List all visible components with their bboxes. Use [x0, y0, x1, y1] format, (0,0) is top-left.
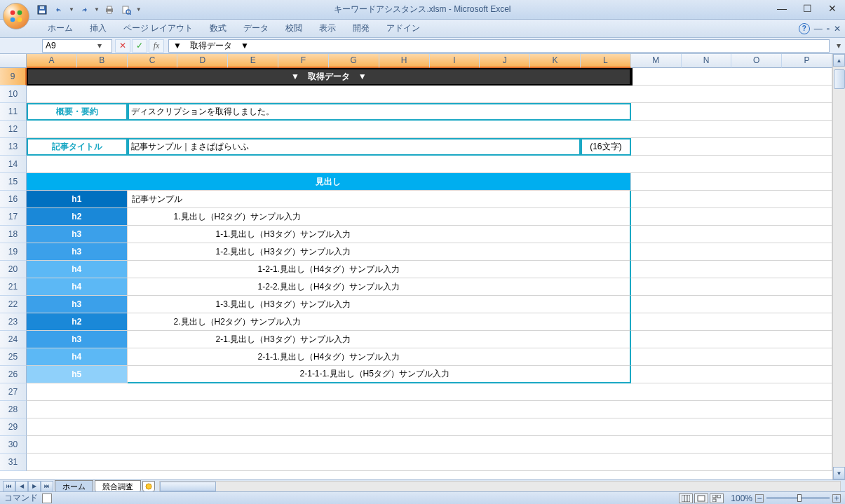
cell[interactable] [631, 226, 832, 243]
heading-text[interactable]: 1-2.見出し（H3タグ）サンプル入力 [128, 243, 631, 261]
save-icon[interactable] [35, 3, 49, 17]
row-header-9[interactable]: 9 [0, 68, 27, 86]
col-header-H[interactable]: H [379, 54, 430, 68]
row-header-10[interactable]: 10 [0, 86, 27, 103]
zoom-in-icon[interactable]: + [832, 494, 841, 503]
horizontal-scrollbar[interactable] [159, 481, 841, 492]
cell[interactable] [631, 208, 832, 226]
tab-prev-icon[interactable]: ◀ [15, 481, 28, 492]
cell[interactable] [27, 86, 832, 103]
macro-record-icon[interactable] [42, 493, 52, 503]
heading-tag-h2[interactable]: h2 [27, 313, 128, 331]
redo-dropdown-icon[interactable]: ▼ [94, 6, 100, 13]
cell[interactable] [27, 418, 832, 436]
heading-tag-h4[interactable]: h4 [27, 278, 128, 296]
row-header-17[interactable]: 17 [0, 208, 27, 226]
heading-text[interactable]: 1-3.見出し（H3タグ）サンプル入力 [128, 296, 631, 313]
col-header-N[interactable]: N [682, 54, 732, 68]
col-header-D[interactable]: D [177, 54, 228, 68]
row-header-15[interactable]: 15 [0, 173, 27, 191]
row-header-19[interactable]: 19 [0, 243, 27, 261]
row-header-24[interactable]: 24 [0, 331, 27, 348]
heading-text[interactable]: 1-2-2.見出し（H4タグ）サンプル入力 [128, 278, 631, 296]
heading-text[interactable]: 1.見出し（H2タグ）サンプル入力 [128, 208, 631, 226]
col-header-E[interactable]: E [228, 54, 278, 68]
col-header-K[interactable]: K [530, 54, 581, 68]
col-header-A[interactable]: A [27, 54, 77, 68]
col-header-J[interactable]: J [480, 54, 530, 68]
ribbon-tab-データ[interactable]: データ [235, 20, 277, 37]
cell[interactable] [631, 103, 832, 121]
ribbon-tab-数式[interactable]: 数式 [201, 20, 235, 37]
title-label[interactable]: 記事タイトル [27, 138, 128, 156]
tab-first-icon[interactable]: ⏮ [3, 481, 15, 492]
name-box-dropdown-icon[interactable]: ▾ [95, 41, 104, 50]
sheet-tab-ホーム[interactable]: ホーム [55, 480, 93, 492]
zoom-slider[interactable] [766, 497, 830, 499]
cell[interactable] [27, 121, 832, 138]
col-header-F[interactable]: F [278, 54, 329, 68]
scroll-down-icon[interactable]: ▼ [833, 467, 845, 479]
row-header-12[interactable]: 12 [0, 121, 27, 138]
summary-label[interactable]: 概要・要約 [27, 103, 128, 121]
header-cell[interactable]: ▼ 取得データ ▼ [27, 68, 631, 86]
row-header-30[interactable]: 30 [0, 436, 27, 454]
heading-tag-h3[interactable]: h3 [27, 226, 128, 243]
title-charcount[interactable]: (16文字) [581, 138, 631, 156]
heading-text[interactable]: 2-1-1.見出し（H4タグ）サンプル入力 [128, 348, 631, 366]
row-header-28[interactable]: 28 [0, 401, 27, 418]
zoom-thumb[interactable] [797, 494, 802, 502]
cell[interactable] [631, 243, 832, 261]
ribbon-tab-校閲[interactable]: 校閲 [277, 20, 311, 37]
cell[interactable] [27, 383, 832, 401]
heading-tag-h4[interactable]: h4 [27, 261, 128, 278]
row-header-23[interactable]: 23 [0, 313, 27, 331]
view-pagebreak-icon[interactable] [710, 493, 724, 503]
vscroll-thumb[interactable] [834, 69, 845, 89]
row-header-27[interactable]: 27 [0, 383, 27, 401]
row-header-16[interactable]: 16 [0, 191, 27, 208]
new-sheet-icon[interactable] [142, 481, 155, 492]
cell[interactable] [631, 348, 832, 366]
cells-area[interactable]: ▼ 取得データ ▼概要・要約ディスクリプションを取得しました。記事タイトル記事サ… [27, 68, 832, 479]
cell[interactable] [631, 173, 832, 191]
row-header-21[interactable]: 21 [0, 278, 27, 296]
name-box[interactable]: ▾ [42, 39, 112, 53]
heading-tag-h1[interactable]: h1 [27, 191, 128, 208]
sheet-tab-競合調査[interactable]: 競合調査 [95, 480, 141, 492]
select-all-corner[interactable] [0, 54, 27, 68]
heading-tag-h3[interactable]: h3 [27, 243, 128, 261]
row-header-13[interactable]: 13 [0, 138, 27, 156]
row-header-18[interactable]: 18 [0, 226, 27, 243]
cell[interactable] [631, 138, 832, 156]
maximize-button[interactable]: ☐ [797, 1, 817, 15]
cell[interactable] [631, 296, 832, 313]
cell[interactable] [631, 278, 832, 296]
undo-icon[interactable] [52, 3, 66, 17]
row-header-22[interactable]: 22 [0, 296, 27, 313]
zoom-out-icon[interactable]: − [755, 494, 764, 503]
cell[interactable] [27, 436, 832, 454]
minimize-button[interactable]: — [772, 1, 792, 15]
ribbon-tab-ページ レイアウト[interactable]: ページ レイアウト [115, 20, 201, 37]
row-header-31[interactable]: 31 [0, 454, 27, 471]
heading-text[interactable]: 1-1.見出し（H3タグ）サンプル入力 [128, 226, 631, 243]
tab-next-icon[interactable]: ▶ [28, 481, 41, 492]
accept-formula-icon[interactable]: ✓ [132, 39, 147, 53]
cell[interactable] [631, 313, 832, 331]
heading-tag-h3[interactable]: h3 [27, 331, 128, 348]
ribbon-tab-開発[interactable]: 開発 [344, 20, 378, 37]
view-normal-icon[interactable] [679, 493, 693, 503]
col-header-M[interactable]: M [631, 54, 682, 68]
ribbon-minimize-icon[interactable]: — [814, 24, 823, 34]
help-icon[interactable]: ? [799, 23, 810, 34]
title-value[interactable]: 記事サンプル｜まさぱぱらいふ [128, 138, 581, 156]
row-header-20[interactable]: 20 [0, 261, 27, 278]
col-header-P[interactable]: P [782, 54, 832, 68]
heading-tag-h5[interactable]: h5 [27, 366, 128, 383]
print-icon[interactable] [102, 3, 116, 17]
redo-icon[interactable] [77, 3, 91, 17]
summary-value[interactable]: ディスクリプションを取得しました。 [128, 103, 631, 121]
name-box-input[interactable] [46, 41, 95, 50]
heading-text[interactable]: 2.見出し（H2タグ）サンプル入力 [128, 313, 631, 331]
